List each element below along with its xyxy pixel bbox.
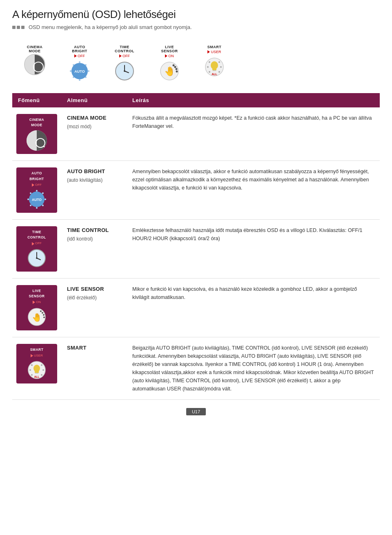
table-row-smart: SMART USER ALL bbox=[12, 337, 380, 399]
svg-point-21 bbox=[174, 66, 176, 68]
col-main-menu: Főmenü bbox=[12, 93, 61, 107]
svg-point-43 bbox=[27, 198, 29, 200]
auto-submenu-cell: AUTO BRIGHT (auto kivilágítás) bbox=[61, 161, 127, 220]
smart-icon: ALL bbox=[204, 56, 225, 78]
icon-bar: CINEMAMODE AUTOBRIGHT OFF AUTO bbox=[12, 42, 380, 85]
live-sensor-label: LIVESENSOR bbox=[161, 45, 178, 53]
bullet-3 bbox=[21, 26, 24, 29]
time-side-icon bbox=[27, 248, 47, 268]
bullet-icons bbox=[12, 26, 24, 29]
page-subtitle: OSD menu megjelenik, ha a képernyő job a… bbox=[12, 24, 380, 30]
svg-point-64 bbox=[31, 364, 33, 366]
svg-point-48 bbox=[42, 205, 44, 206]
svg-point-22 bbox=[176, 68, 178, 70]
svg-text:AUTO: AUTO bbox=[32, 198, 42, 202]
svg-point-31 bbox=[207, 66, 209, 68]
svg-point-30 bbox=[218, 61, 220, 63]
table-row-time-control: TIMECONTROL OFF bbox=[12, 220, 380, 279]
auto-submenu-title: AUTO BRIGHT bbox=[67, 167, 121, 176]
time-description: Emlékeztesse felhasználó használja időt … bbox=[132, 226, 374, 243]
live-submenu-sub: (élő érzékelő) bbox=[67, 294, 121, 302]
svg-point-58 bbox=[43, 317, 45, 318]
svg-point-6 bbox=[79, 61, 80, 63]
cinema-side-icon bbox=[27, 130, 47, 151]
time-menu-cell: TIMECONTROL OFF bbox=[12, 220, 61, 279]
svg-point-12 bbox=[73, 76, 74, 78]
svg-point-44 bbox=[45, 198, 46, 200]
svg-point-23 bbox=[176, 71, 178, 73]
time-control-icon bbox=[114, 60, 135, 82]
cinema-side-block: CINEMAMODE bbox=[16, 114, 57, 154]
svg-point-68 bbox=[31, 374, 33, 376]
page-header: A képernyőmenü (OSD) lehetőségei OSD men… bbox=[12, 8, 380, 34]
time-submenu-sub: (idő kontrol) bbox=[67, 235, 121, 243]
svg-point-69 bbox=[41, 374, 42, 376]
arrow-icon-2 bbox=[119, 54, 122, 58]
svg-point-42 bbox=[36, 207, 38, 209]
table-row-cinema: CINEMAMODE CINEMA MODE (mozi mód) bbox=[12, 107, 380, 161]
cinema-menu-cell: CINEMAMODE bbox=[12, 107, 61, 161]
svg-point-46 bbox=[42, 192, 44, 194]
smart-side-title: SMART bbox=[30, 347, 44, 352]
arrow-icon-3 bbox=[165, 54, 167, 58]
svg-point-10 bbox=[73, 64, 74, 66]
auto-side-arrow: OFF bbox=[32, 183, 42, 187]
svg-point-20 bbox=[173, 65, 175, 67]
svg-point-55 bbox=[40, 310, 42, 312]
svg-text:🤚: 🤚 bbox=[32, 312, 42, 322]
time-side-arrow: OFF bbox=[32, 241, 42, 246]
svg-point-32 bbox=[220, 66, 222, 68]
svg-rect-61 bbox=[35, 371, 39, 373]
svg-point-17 bbox=[124, 70, 125, 72]
time-submenu-title: TIME CONTROL bbox=[67, 226, 121, 234]
smart-submenu-title: SMART bbox=[67, 344, 121, 352]
live-menu-cell: LIVESENSOR ON 🤚 bbox=[12, 278, 61, 337]
arrow-icon-smart bbox=[31, 354, 33, 357]
svg-point-41 bbox=[36, 190, 38, 192]
table-row-live-sensor: LIVESENSOR ON 🤚 bbox=[12, 278, 380, 337]
svg-point-34 bbox=[218, 71, 220, 73]
time-control-label: TIMECONTROL bbox=[115, 45, 134, 53]
smart-menu-cell: SMART USER ALL bbox=[12, 337, 61, 399]
arrow-icon-auto bbox=[32, 183, 34, 187]
time-side-title: TIMECONTROL bbox=[27, 230, 46, 240]
live-side-block: LIVESENSOR ON 🤚 bbox=[16, 285, 57, 330]
svg-line-3 bbox=[42, 71, 44, 72]
live-submenu-cell: LIVE SENSOR (élő érzékelő) bbox=[61, 278, 127, 337]
svg-point-67 bbox=[42, 369, 44, 371]
live-side-title: LIVESENSOR bbox=[29, 288, 45, 299]
icon-item-live-sensor: LIVESENSOR ON 🤚 bbox=[147, 42, 192, 85]
bullet-1 bbox=[12, 26, 16, 29]
svg-point-52 bbox=[36, 257, 38, 259]
svg-point-29 bbox=[209, 61, 210, 63]
auto-bright-icon: AUTO bbox=[69, 60, 90, 82]
time-desc-cell: Emlékeztesse felhasználó használja időt … bbox=[127, 220, 380, 279]
live-sensor-status: ON bbox=[165, 54, 174, 58]
cinema-submenu-sub: (mozi mód) bbox=[67, 123, 121, 131]
svg-point-25 bbox=[211, 61, 218, 69]
smart-side-arrow: USER bbox=[31, 353, 43, 358]
smart-label: SMART bbox=[207, 45, 222, 49]
main-table: Főmenü Almenü Leírás CINEMAMODE bbox=[12, 93, 380, 400]
live-description: Mikor e funkció ki van kapcsolva, és a h… bbox=[132, 285, 374, 301]
cinema-submenu-cell: CINEMA MODE (mozi mód) bbox=[61, 107, 127, 161]
svg-point-65 bbox=[41, 364, 42, 366]
svg-point-8 bbox=[70, 70, 71, 72]
live-submenu-title: LIVE SENSOR bbox=[67, 285, 121, 293]
bullet-2 bbox=[17, 26, 20, 29]
arrow-icon-live bbox=[33, 301, 35, 304]
svg-point-60 bbox=[33, 365, 40, 372]
live-desc-cell: Mikor e funkció ki van kapcsolva, és a h… bbox=[127, 278, 380, 337]
cinema-description: Fókuszba állít a megválasztott mozgó kép… bbox=[132, 114, 374, 130]
live-side-arrow: ON bbox=[33, 300, 41, 305]
cinema-submenu-title: CINEMA MODE bbox=[67, 114, 121, 122]
svg-rect-26 bbox=[212, 69, 216, 70]
auto-desc-cell: Amennyiben bekapcsolót választja, akkor … bbox=[127, 161, 380, 220]
footer: U17 bbox=[12, 408, 380, 415]
time-side-block: TIMECONTROL OFF bbox=[16, 226, 57, 272]
svg-text:🤚: 🤚 bbox=[164, 66, 176, 77]
auto-side-block: AUTOBRIGHT OFF AUTO bbox=[16, 167, 57, 213]
svg-rect-62 bbox=[35, 373, 38, 374]
subtitle-text: OSD menu megjelenik, ha a képernyő job a… bbox=[29, 24, 192, 30]
svg-rect-35 bbox=[27, 130, 37, 151]
